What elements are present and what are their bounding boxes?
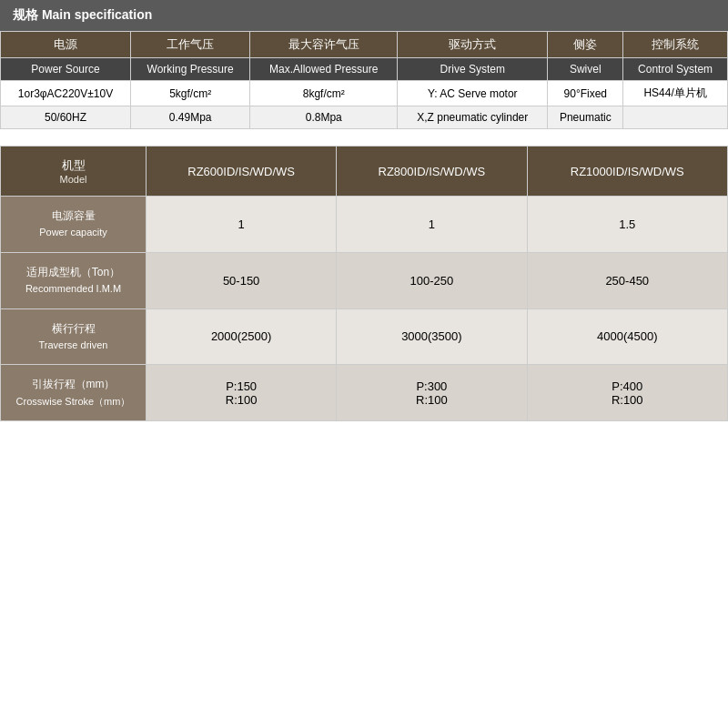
spec-data1-6: HS44/单片机 bbox=[623, 81, 728, 106]
row1-val2: 1 bbox=[337, 197, 527, 253]
row2-label: 适用成型机（Ton） Recommended I.M.M bbox=[1, 252, 147, 308]
spec-header-cn-4: 驱动方式 bbox=[398, 32, 548, 58]
spec-header-cn-3: 最大容许气压 bbox=[250, 32, 398, 58]
spec-header-cn-6: 控制系统 bbox=[623, 32, 728, 58]
row1-val1: 1 bbox=[147, 197, 337, 253]
spec-header-en-5: Swivel bbox=[548, 58, 623, 81]
spec-data2-2: 0.49Mpa bbox=[131, 106, 250, 129]
row3-val1: 2000(2500) bbox=[147, 308, 337, 365]
spec-data2-5: Pneumatic bbox=[548, 106, 623, 129]
spec-header-cn-5: 侧姿 bbox=[548, 32, 623, 58]
spec-header-en-2: Working Pressure bbox=[131, 58, 250, 81]
spec-data1-1: 1or3φAC220V±10V bbox=[1, 81, 131, 106]
spec-data1-2: 5kgf/cm² bbox=[131, 81, 250, 106]
row3-val2: 3000(3500) bbox=[337, 308, 527, 365]
spec-header-cn-1: 电源 bbox=[1, 32, 131, 58]
row3-val3: 4000(4500) bbox=[527, 308, 728, 365]
spec-header-en-4: Drive System bbox=[398, 58, 548, 81]
spec-table: 电源 工作气压 最大容许气压 驱动方式 侧姿 控制系统 Power Source… bbox=[0, 31, 728, 129]
row4-val2: P:300 R:100 bbox=[337, 365, 527, 421]
table-row: 电源容量 Power capacity 1 1 1.5 bbox=[1, 197, 728, 253]
table-row: 适用成型机（Ton） Recommended I.M.M 50-150 100-… bbox=[1, 252, 728, 308]
spec-data2-4: X,Z pneumatic cylinder bbox=[398, 106, 548, 129]
spec-header-cn-2: 工作气压 bbox=[131, 32, 250, 58]
model-header-label: 机型 Model bbox=[1, 147, 147, 197]
table-row: 横行行程 Traverse driven 2000(2500) 3000(350… bbox=[1, 308, 728, 365]
spec-data1-4: Y: AC Serve motor bbox=[398, 81, 548, 106]
spec-data2-3: 0.8Mpa bbox=[250, 106, 398, 129]
spec-data2-6 bbox=[623, 106, 728, 129]
spec-header-en-6: Control System bbox=[623, 58, 728, 81]
row4-val1: P:150 R:100 bbox=[147, 365, 337, 421]
model-table: 机型 Model RZ600ID/IS/WD/WS RZ800ID/IS/WD/… bbox=[0, 146, 728, 421]
row2-val2: 100-250 bbox=[337, 252, 527, 308]
row4-label: 引拔行程（mm） Crosswise Stroke（mm） bbox=[1, 365, 147, 421]
row3-label: 横行行程 Traverse driven bbox=[1, 308, 147, 365]
spec-header-en-3: Max.Allowed Pressure bbox=[250, 58, 398, 81]
table-row: 引拔行程（mm） Crosswise Stroke（mm） P:150 R:10… bbox=[1, 365, 728, 421]
row2-val1: 50-150 bbox=[147, 252, 337, 308]
model-header-col2: RZ800ID/IS/WD/WS bbox=[337, 147, 527, 197]
spec-data2-1: 50/60HZ bbox=[1, 106, 131, 129]
spec-data1-3: 8kgf/cm² bbox=[250, 81, 398, 106]
row1-val3: 1.5 bbox=[527, 197, 728, 253]
spec-header-en-1: Power Source bbox=[1, 58, 131, 81]
row4-val3: P:400 R:100 bbox=[527, 365, 728, 421]
model-header-col3: RZ1000ID/IS/WD/WS bbox=[527, 147, 728, 197]
row1-label: 电源容量 Power capacity bbox=[1, 197, 147, 253]
row2-val3: 250-450 bbox=[527, 252, 728, 308]
spec-data1-5: 90°Fixed bbox=[548, 81, 623, 106]
model-header-col1: RZ600ID/IS/WD/WS bbox=[147, 147, 337, 197]
page-title: 规格 Main specification bbox=[0, 0, 728, 31]
